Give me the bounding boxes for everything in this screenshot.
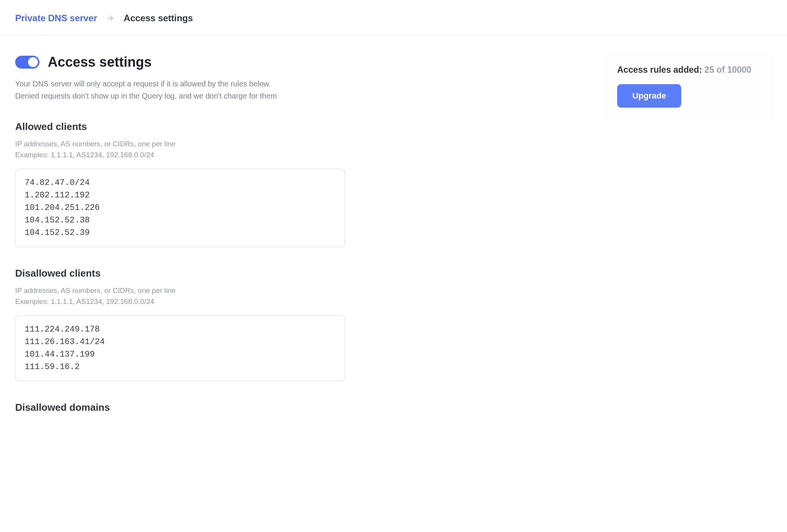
toggle-knob-icon: [28, 57, 38, 67]
access-rules-label-text: Access rules added:: [617, 65, 704, 75]
disallowed-clients-section: Disallowed clients IP addresses, AS numb…: [15, 268, 356, 383]
page-description: Your DNS server will only accept a reque…: [15, 78, 356, 102]
allowed-clients-input[interactable]: [15, 169, 345, 247]
breadcrumb: Private DNS server Access settings: [0, 0, 787, 35]
allowed-clients-title: Allowed clients: [15, 121, 356, 133]
access-rules-label: Access rules added: 25 of 10000: [617, 65, 760, 75]
disallowed-clients-input[interactable]: [15, 315, 345, 381]
page-title: Access settings: [48, 54, 152, 70]
access-rules-card: Access rules added: 25 of 10000 Upgrade: [605, 54, 772, 120]
chevron-right-icon: [106, 14, 114, 22]
upgrade-button[interactable]: Upgrade: [617, 84, 681, 108]
disallowed-domains-title: Disallowed domains: [15, 402, 356, 413]
access-settings-toggle[interactable]: [15, 56, 39, 69]
breadcrumb-parent-link[interactable]: Private DNS server: [15, 13, 97, 23]
breadcrumb-current: Access settings: [124, 13, 193, 23]
disallowed-clients-title: Disallowed clients: [15, 268, 356, 279]
disallowed-clients-hint: IP addresses, AS numbers, or CIDRs, one …: [15, 285, 356, 307]
allowed-clients-section: Allowed clients IP addresses, AS numbers…: [15, 121, 356, 249]
access-rules-count: 25 of 10000: [704, 65, 751, 75]
allowed-clients-hint: IP addresses, AS numbers, or CIDRs, one …: [15, 139, 356, 160]
disallowed-domains-section: Disallowed domains: [15, 402, 356, 413]
